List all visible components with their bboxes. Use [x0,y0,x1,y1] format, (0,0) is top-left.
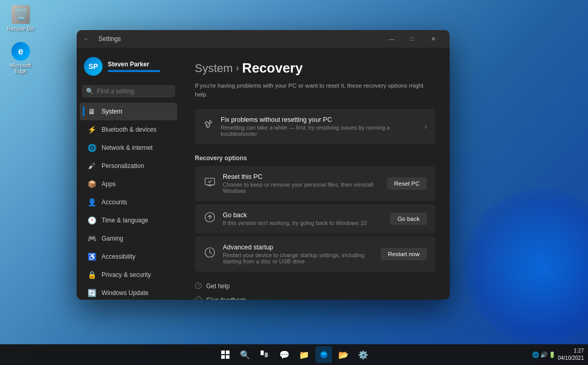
system-icon: 🖥 [87,107,96,116]
clock-time: 1:27 [558,347,584,355]
recovery-options-header: Recovery options [195,155,435,162]
taskbar-clock[interactable]: 1:27 04/10/2021 [558,347,584,362]
svg-point-3 [199,298,199,299]
reset-pc-title: Reset this PC [223,173,381,180]
edge-label: Microsoft Edge [5,63,36,74]
breadcrumb-separator: › [236,63,239,74]
nav-network-label: Network & internet [102,144,153,151]
taskbar-search-button[interactable]: 🔍 [237,346,253,363]
nav-bluetooth-label: Bluetooth & devices [102,126,156,133]
time-icon: 🕐 [87,216,96,225]
nav-accounts[interactable]: 👤 Accounts [80,193,177,211]
settings-window: ← Settings — □ ✕ SP Steven Parker [77,30,450,300]
network-tray-icon[interactable]: 🌐 [532,352,539,358]
nav-personalization-label: Personalization [102,162,144,170]
svg-rect-5 [226,350,230,354]
taskbar-system-tray: 🌐 🔊 🔋 1:27 04/10/2021 [532,347,584,362]
advanced-startup-title: Advanced startup [223,244,375,251]
windows-update-icon: 🔄 [87,288,96,298]
give-feedback-link[interactable]: Give feedback [195,296,435,300]
titlebar-controls: ← Settings [83,35,121,43]
search-box[interactable]: 🔍 [82,85,175,97]
back-button[interactable]: ← [83,35,90,43]
taskbar: 🔍 💬 📁 📂 ⚙️ 🌐 🔊 🔋 [0,344,588,365]
go-back-text: Go back If this version isn't working, t… [223,212,384,226]
nav-bluetooth[interactable]: ⚡ Bluetooth & devices [80,121,177,138]
fix-problems-text: Fix problems without resetting your PC R… [221,116,418,137]
svg-rect-6 [221,355,225,359]
battery-tray-icon[interactable]: 🔋 [549,352,556,358]
user-progress-bar [108,70,160,72]
close-button[interactable]: ✕ [423,30,443,48]
gaming-icon: 🎮 [87,234,96,243]
get-help-link[interactable]: Get help [195,282,435,291]
nav-accounts-label: Accounts [102,199,127,206]
main-panel: System › Recovery If you're having probl… [180,48,450,300]
minimize-button[interactable]: — [381,30,402,48]
taskbar-start-button[interactable] [217,346,234,363]
edge-img: e [11,42,30,61]
taskbar-files-button[interactable]: 📂 [335,346,352,363]
nav-accessibility[interactable]: ♿ Accessibility [80,248,177,265]
bluetooth-icon: ⚡ [87,125,96,134]
nav-accessibility-label: Accessibility [102,253,135,260]
taskbar-settings-button[interactable]: ⚙️ [355,346,371,363]
title-bar: ← Settings — □ ✕ [77,30,450,48]
nav-windows-update-label: Windows Update [102,289,149,297]
advanced-startup-desc: Restart your device to change startup se… [223,252,375,264]
fix-problems-card[interactable]: Fix problems without resetting your PC R… [195,109,435,144]
search-input[interactable] [97,88,175,95]
user-name: Steven Parker [108,61,173,68]
nav-apps-label: Apps [102,180,116,188]
personalization-icon: 🖌 [87,161,96,171]
window-title: Settings [98,35,121,43]
apps-icon: 📦 [87,179,96,189]
advanced-startup-icon [203,247,217,261]
breadcrumb: System › Recovery [195,60,435,76]
maximize-button[interactable]: □ [402,30,423,48]
nav-system-label: System [102,108,122,115]
reset-pc-card: Reset this PC Choose to keep or remove y… [195,166,435,201]
svg-rect-4 [221,350,225,354]
breadcrumb-system: System [195,62,233,75]
svg-rect-8 [261,350,264,355]
page-description: If you're having problems with your PC o… [195,81,435,100]
restart-now-button[interactable]: Restart now [381,248,427,260]
nav-network[interactable]: 🌐 Network & internet [80,139,177,157]
user-info: Steven Parker [108,61,173,72]
fix-problems-title: Fix problems without resetting your PC [221,116,418,123]
user-profile[interactable]: SP Steven Parker [77,53,180,83]
nav-apps[interactable]: 📦 Apps [80,175,177,193]
search-icon: 🔍 [86,88,94,95]
volume-tray-icon[interactable]: 🔊 [540,352,548,358]
breadcrumb-page: Recovery [242,60,303,76]
recycle-bin-label: Recycle Bin [7,26,35,32]
taskbar-edge-button[interactable] [315,346,332,363]
taskbar-widgets-button[interactable]: 💬 [276,346,293,363]
avatar: SP [84,57,103,76]
accessibility-icon: ♿ [87,252,96,261]
go-back-title: Go back [223,212,384,219]
edge-icon[interactable]: e Microsoft Edge [5,42,36,74]
nav-time[interactable]: 🕐 Time & language [80,212,177,229]
nav-personalization[interactable]: 🖌 Personalization [80,157,177,175]
nav-privacy[interactable]: 🔒 Privacy & security [80,266,177,284]
fix-problems-arrow: › [424,122,427,131]
nav-system[interactable]: 🖥 System [80,103,177,120]
reset-pc-icon [203,176,217,190]
go-back-desc: If this version isn't working, try going… [223,220,384,226]
nav-gaming[interactable]: 🎮 Gaming [80,230,177,247]
desktop-icons: 🗑️ Recycle Bin e Microsoft Edge [5,5,36,74]
svg-rect-9 [265,353,268,357]
taskbar-system-icons: 🌐 🔊 🔋 [532,352,556,358]
recycle-bin-icon[interactable]: 🗑️ Recycle Bin [5,5,36,32]
reset-pc-button[interactable]: Reset PC [387,177,427,190]
window-controls: — □ ✕ [381,30,443,48]
taskbar-multitask-button[interactable] [256,346,273,363]
taskbar-center: 🔍 💬 📁 📂 ⚙️ [217,346,371,363]
fix-problems-icon [203,119,214,133]
nav-windows-update[interactable]: 🔄 Windows Update [80,284,177,300]
svg-point-1 [195,283,202,289]
go-back-button[interactable]: Go back [390,213,427,225]
taskbar-explorer-button[interactable]: 📁 [296,346,312,363]
